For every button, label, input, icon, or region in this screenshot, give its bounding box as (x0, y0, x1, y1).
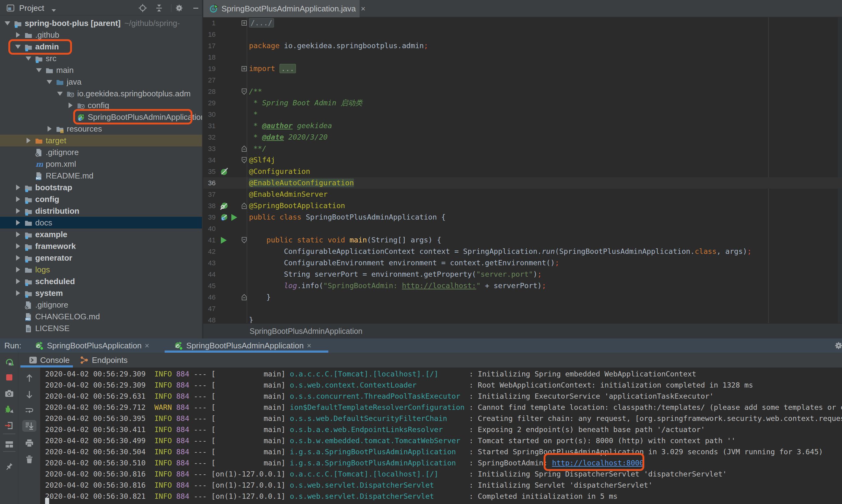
chevron-right-icon[interactable] (15, 290, 21, 296)
code-line-34[interactable]: 34@Slf4j (203, 155, 842, 166)
tree-item-config[interactable]: config (0, 193, 202, 205)
tree-item--github[interactable]: .github (0, 29, 202, 41)
chevron-down-icon[interactable] (36, 68, 42, 72)
tree-item-io-geekidea-springbootplus-adm[interactable]: io.geekidea.springbootplus.adm (0, 88, 202, 100)
run-tab[interactable]: SpringBootPlusApplication× (35, 339, 149, 353)
tree-item--gitignore[interactable]: .gitignore (0, 146, 202, 158)
code-line-40[interactable]: 40 (203, 223, 842, 234)
chevron-down-icon[interactable] (4, 21, 11, 25)
chevron-right-icon[interactable] (15, 278, 21, 284)
tree-item--gitignore[interactable]: .gitignore (0, 299, 202, 311)
close-tab-icon[interactable]: × (307, 341, 311, 350)
project-panel-title[interactable]: Project (19, 3, 44, 13)
fold-marker-icon[interactable] (241, 86, 247, 97)
code-line-47[interactable]: 47 (203, 303, 842, 314)
code-line-33[interactable]: 33 **/ (203, 143, 842, 155)
tree-item-changelog-md[interactable]: MDCHANGELOG.md (0, 311, 202, 322)
code-line-19[interactable]: 19import ... (203, 63, 842, 74)
log-link[interactable]: http://localhost:8000 (552, 458, 644, 467)
tree-item-admin[interactable]: admin (0, 41, 202, 53)
chevron-down-icon[interactable] (25, 56, 32, 60)
chevron-down-icon[interactable] (46, 80, 53, 84)
chevron-right-icon[interactable] (15, 244, 21, 249)
chevron-right-icon[interactable] (67, 103, 74, 108)
gear-icon[interactable] (175, 4, 183, 12)
console-output[interactable]: 2020-04-02 00:56:29.309 INFO 884 --- [ m… (40, 367, 842, 504)
code-line-1[interactable]: 1/.../ (203, 17, 842, 29)
tree-item-target[interactable]: target (0, 134, 202, 146)
chevron-right-icon[interactable] (15, 267, 21, 272)
chevron-down-icon[interactable] (56, 92, 63, 96)
editor-tab-active[interactable]: SpringBootPlusAdminApplication.java × (203, 0, 360, 17)
code-line-46[interactable]: 46 } (203, 291, 842, 303)
crosshair-icon[interactable] (138, 4, 147, 12)
scroll-to-end-icon[interactable] (22, 420, 36, 432)
code-line-36[interactable]: 36@EnableAutoConfiguration (203, 177, 842, 189)
chevron-right-icon[interactable] (15, 220, 21, 226)
chevron-right-icon[interactable] (15, 255, 21, 260)
fold-marker-icon[interactable] (241, 17, 247, 29)
tree-item-springbootplusadminapplication[interactable]: CSpringBootPlusAdminApplication (0, 111, 202, 123)
chevron-right-icon[interactable] (15, 32, 21, 38)
tree-item-framework[interactable]: framework (0, 240, 202, 252)
chevron-right-icon[interactable] (15, 232, 21, 237)
code-line-43[interactable]: 43 ConfigurableEnvironment environment =… (203, 257, 842, 269)
fold-marker-icon[interactable] (241, 155, 247, 166)
code-line-45[interactable]: 45 log.info("SpringBootAdmin: http://loc… (203, 280, 842, 291)
tree-item-logs[interactable]: logs (0, 264, 202, 275)
tree-item-spring-boot-plus-parent-[interactable]: spring-boot-plus [parent]~/github/spring… (0, 17, 202, 29)
tree-item-scheduled[interactable]: scheduled (0, 275, 202, 287)
fold-marker-icon[interactable] (241, 63, 247, 74)
chevron-right-icon[interactable] (15, 185, 21, 190)
code-line-38[interactable]: 38@SpringBootApplication (203, 200, 842, 212)
minimize-icon[interactable] (192, 4, 200, 12)
code-line-42[interactable]: 42 ConfigurableApplicationContext contex… (203, 246, 842, 257)
fold-marker-icon[interactable] (241, 200, 247, 212)
spring-bean-search-icon[interactable] (220, 202, 229, 210)
code-line-41[interactable]: 41 public static void main(String[] args… (203, 234, 842, 246)
tree-item-example[interactable]: example (0, 229, 202, 240)
tree-item-docs[interactable]: docs (0, 217, 202, 229)
tree-item-resources[interactable]: resources (0, 123, 202, 134)
up-icon[interactable] (25, 374, 33, 382)
code-line-16[interactable]: 16 (203, 29, 842, 40)
code-line-18[interactable]: 18 (203, 52, 842, 63)
run-icon[interactable] (230, 213, 238, 221)
soft-wrap-icon[interactable] (25, 407, 34, 414)
console-tab-console[interactable]: Console (29, 356, 70, 365)
code-line-44[interactable]: 44 String serverPort = environment.getPr… (203, 269, 842, 280)
chevron-right-icon[interactable] (46, 126, 53, 131)
code-line-48[interactable]: 48} (203, 314, 842, 323)
code-line-17[interactable]: 17package io.geekidea.springbootplus.adm… (203, 40, 842, 52)
code-line-30[interactable]: 30 * (203, 109, 842, 120)
fold-marker-icon[interactable] (241, 234, 247, 246)
pin-icon[interactable] (5, 462, 14, 471)
layout-icon[interactable] (5, 440, 14, 449)
chevron-down-icon[interactable] (15, 45, 21, 49)
gear-icon[interactable] (834, 341, 842, 350)
close-tab-icon[interactable]: × (361, 4, 365, 14)
screenshot-icon[interactable] (5, 389, 14, 398)
run-icon[interactable] (220, 236, 227, 244)
tree-item-src[interactable]: src (0, 53, 202, 64)
fold-marker-icon[interactable] (241, 291, 247, 303)
tree-item-distribution[interactable]: distribution (0, 205, 202, 217)
exit-icon[interactable] (5, 421, 14, 430)
close-tab-icon[interactable]: × (145, 341, 149, 350)
stop-icon[interactable] (5, 373, 14, 382)
chevron-right-icon[interactable] (15, 196, 21, 202)
fold-marker-icon[interactable] (241, 143, 247, 155)
tree-item-system[interactable]: system (0, 287, 202, 299)
code-line-28[interactable]: 28/** (203, 86, 842, 97)
rerun-icon[interactable] (5, 358, 14, 367)
console-tab-endpoints[interactable]: Endpoints (80, 356, 128, 365)
code-editor[interactable]: 1/.../1617package io.geekidea.springboot… (203, 17, 842, 323)
attach-debugger-icon[interactable] (5, 405, 14, 414)
tree-item-license[interactable]: LICENSE (0, 322, 202, 334)
print-icon[interactable] (25, 439, 34, 448)
code-line-27[interactable]: 27 (203, 74, 842, 86)
code-line-32[interactable]: 32 * @date 2020/3/20 (203, 131, 842, 143)
tree-item-main[interactable]: main (0, 64, 202, 76)
spring-class-icon[interactable]: C (220, 213, 229, 222)
chevron-right-icon[interactable] (15, 208, 21, 214)
